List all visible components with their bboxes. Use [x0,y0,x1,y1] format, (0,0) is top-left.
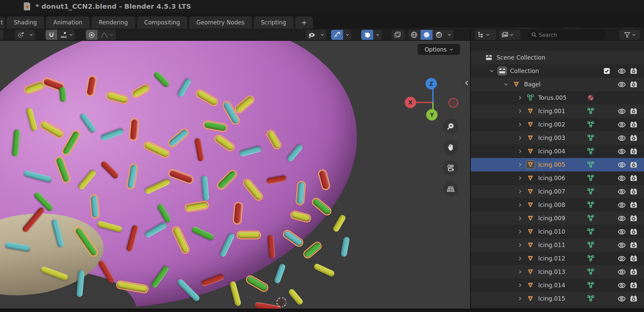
hide-in-viewport-toggle[interactable] [617,107,626,115]
expander[interactable] [500,80,512,88]
camera-view-button[interactable] [443,160,458,176]
hide-in-viewport-toggle[interactable] [617,241,626,249]
row-data-icon[interactable] [586,67,595,75]
hide-in-viewport-toggle[interactable] [617,80,626,89]
row-data-icon[interactable] [586,187,595,196]
expander[interactable] [514,147,526,155]
disable-in-renders-toggle[interactable] [629,214,638,223]
snap-settings-dropdown[interactable] [57,30,75,40]
expander[interactable] [514,161,526,169]
sprinkle-object[interactable] [332,214,346,233]
disable-in-renders-toggle[interactable] [629,107,638,115]
tab-geometry-nodes[interactable]: Geometry Nodes [189,16,252,28]
expander[interactable] [514,268,526,276]
sprinkle-object[interactable] [340,236,350,257]
sprinkle-object[interactable] [246,276,268,292]
expander[interactable] [514,254,526,262]
row-data-icon[interactable] [586,214,595,223]
expander[interactable] [514,201,526,209]
disable-in-renders-toggle[interactable] [629,201,638,209]
expander[interactable] [514,214,526,222]
hide-in-viewport-toggle[interactable] [617,174,626,182]
gizmo-y-axis-ball[interactable]: Y [426,109,438,121]
expander[interactable] [514,174,526,182]
hide-in-viewport-toggle[interactable] [617,187,626,196]
hide-in-viewport-toggle[interactable] [617,134,626,142]
gizmo-z-axis-ball[interactable]: Z [426,78,437,89]
hide-in-viewport-toggle[interactable] [617,281,626,290]
outliner-row-icing-001[interactable]: Icing.001 [471,104,644,118]
hide-in-viewport-toggle[interactable] [617,120,626,129]
disable-in-renders-toggle[interactable] [629,267,638,276]
sprinkle-object[interactable] [313,263,335,278]
expander[interactable] [514,187,526,196]
expander[interactable] [514,295,526,303]
disable-in-renders-toggle[interactable] [629,281,638,290]
show-overlays-toggle[interactable] [361,30,373,40]
disable-in-renders-toggle[interactable] [629,174,638,182]
expander[interactable] [486,67,498,75]
outliner-row-icing-013[interactable]: Icing.013 [471,265,644,279]
outliner-row-icing-009[interactable]: Icing.009 [471,212,644,225]
zoom-button[interactable] [443,119,458,134]
row-data-icon[interactable] [586,80,595,89]
3d-viewport[interactable]: Options X Y Z [0,28,470,309]
sprinkle-object[interactable] [238,232,260,238]
row-data-icon[interactable] [586,281,595,290]
row-data-icon[interactable] [586,53,595,62]
editor-type-dropdown[interactable] [475,30,497,40]
disable-in-renders-toggle[interactable] [629,254,638,263]
expander[interactable] [473,54,484,62]
shading-dropdown[interactable] [445,30,453,40]
outliner-row-icing-003[interactable]: Icing.003 [471,131,644,145]
xray-toggle[interactable] [391,30,405,40]
outliner-row-icing-006[interactable]: Icing.006 [471,171,644,185]
perspective-toggle-button[interactable] [443,181,458,197]
tab-animation[interactable]: Animation [46,16,90,28]
pan-button[interactable] [443,140,458,155]
outliner-row-icing-002[interactable]: Icing.002 [471,118,644,131]
disable-in-renders-toggle[interactable] [629,187,638,196]
disable-in-renders-toggle[interactable] [629,67,638,75]
tab-compositing[interactable]: Compositing [137,16,188,28]
wireframe-shading-button[interactable] [408,30,420,40]
outliner-row-collection[interactable]: Collection [471,64,644,78]
outliner-row-icing-005[interactable]: Icing.005 [471,158,644,171]
add-workspace-tab[interactable]: + [295,16,313,28]
sprinkle-object[interactable] [304,242,322,258]
sidebar-toggle[interactable] [463,77,470,89]
row-data-icon[interactable] [586,241,595,249]
disable-in-renders-toggle[interactable] [629,294,638,303]
outliner-row-icing-014[interactable]: Icing.014 [471,279,644,292]
disable-in-renders-toggle[interactable] [629,227,638,236]
falloff-dropdown[interactable] [98,30,116,40]
outliner-row-partial[interactable] [471,305,644,309]
editor-type-dropdown-partial[interactable] [0,30,3,40]
pivot-point-dropdown[interactable] [15,30,35,40]
hide-in-viewport-toggle[interactable] [617,67,626,75]
hide-in-viewport-toggle[interactable] [617,294,626,303]
outliner-row-icing-011[interactable]: Icing.011 [471,238,644,252]
outliner-row-icing-007[interactable]: Icing.007 [471,185,644,198]
expander[interactable] [514,121,526,129]
visibility-dropdown[interactable] [306,30,326,40]
hide-in-viewport-toggle[interactable] [617,227,626,236]
outliner-row-scene collection[interactable]: Scene Collection [471,51,644,64]
expander[interactable] [514,228,526,236]
hide-in-viewport-toggle[interactable] [617,267,626,276]
gizmo-negative-x-axis-ball[interactable] [448,98,458,108]
tab-scripting[interactable]: Scripting [254,16,294,28]
expander[interactable] [514,107,526,115]
snap-toggle[interactable] [46,30,57,40]
disable-in-renders-toggle[interactable] [629,160,638,169]
sprinkle-object[interactable] [59,87,67,102]
row-data-icon[interactable] [586,201,595,209]
outliner-row-icing-004[interactable]: Icing.004 [471,145,644,158]
gizmo-x-axis-ball[interactable]: X [405,97,416,108]
row-data-icon[interactable] [586,147,595,156]
tab-rendering[interactable]: Rendering [91,16,135,28]
material-preview-shading-button[interactable] [433,30,445,40]
row-data-icon[interactable] [586,174,595,182]
gizmos-dropdown[interactable] [343,30,351,40]
disable-in-renders-toggle[interactable] [629,120,638,129]
